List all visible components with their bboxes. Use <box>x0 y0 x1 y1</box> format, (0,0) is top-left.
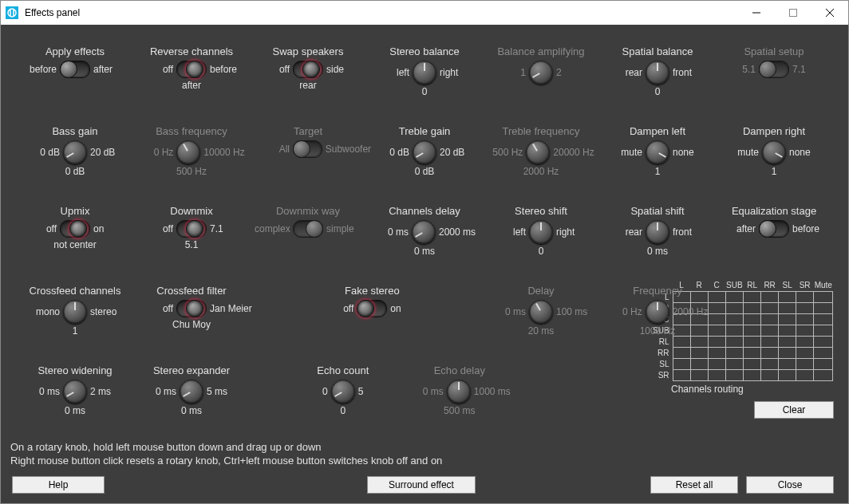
matrix-cell-sr-sr[interactable] <box>796 369 814 380</box>
matrix-cell-rr-rl[interactable] <box>744 347 761 358</box>
matrix-cell-sub-rr[interactable] <box>761 325 779 336</box>
matrix-cell-l-rl[interactable] <box>744 291 761 302</box>
spatial-shift-knob[interactable] <box>646 220 669 244</box>
matrix-cell-rr-r[interactable] <box>690 347 708 358</box>
matrix-cell-sub-rl[interactable] <box>744 325 761 336</box>
frequency-knob[interactable] <box>646 300 669 324</box>
target-switch[interactable] <box>293 140 322 158</box>
minimize-button[interactable] <box>738 1 775 25</box>
matrix-cell-rl-mute[interactable] <box>814 336 833 347</box>
matrix-cell-sl-sr[interactable] <box>796 358 814 369</box>
spatial-balance-knob[interactable] <box>646 61 669 85</box>
dampen-right-knob[interactable] <box>762 140 786 164</box>
matrix-cell-sub-sl[interactable] <box>779 325 796 336</box>
matrix-cell-sl-rr[interactable] <box>761 358 779 369</box>
matrix-cell-sr-c[interactable] <box>708 369 725 380</box>
matrix-cell-l-sl[interactable] <box>779 291 796 302</box>
matrix-cell-rr-rr[interactable] <box>761 347 779 358</box>
matrix-cell-rl-r[interactable] <box>690 336 708 347</box>
stereo-widening-knob[interactable] <box>63 380 87 404</box>
matrix-cell-c-mute[interactable] <box>814 313 833 325</box>
treble-freq-knob[interactable] <box>526 140 550 164</box>
matrix-cell-sr-sl[interactable] <box>779 369 796 380</box>
bass-freq-knob[interactable] <box>176 140 200 164</box>
matrix-cell-rr-mute[interactable] <box>814 347 833 358</box>
matrix-cell-rl-l[interactable] <box>673 336 690 347</box>
delay-knob[interactable] <box>529 300 553 324</box>
matrix-cell-sr-r[interactable] <box>690 369 708 380</box>
stereo-shift-knob[interactable] <box>529 220 553 244</box>
close-button[interactable]: Close <box>746 476 834 494</box>
reverse-channels-switch[interactable] <box>176 61 207 78</box>
matrix-cell-rl-rl[interactable] <box>744 336 761 347</box>
matrix-cell-c-sl[interactable] <box>779 313 796 325</box>
matrix-cell-rl-sl[interactable] <box>779 336 796 347</box>
matrix-cell-rl-c[interactable] <box>708 336 725 347</box>
matrix-cell-sr-mute[interactable] <box>814 369 833 380</box>
clear-button[interactable]: Clear <box>754 401 834 419</box>
matrix-cell-r-sl[interactable] <box>779 302 796 313</box>
matrix-cell-sub-sub[interactable] <box>725 325 744 336</box>
matrix-cell-r-sr[interactable] <box>796 302 814 313</box>
treble-gain-knob[interactable] <box>413 140 436 164</box>
upmix-switch[interactable] <box>60 220 90 238</box>
matrix-cell-c-sr[interactable] <box>796 313 814 325</box>
matrix-cell-sr-l[interactable] <box>673 369 690 380</box>
matrix-cell-r-mute[interactable] <box>814 302 833 313</box>
apply-effects-switch[interactable] <box>60 61 90 78</box>
crossfeed-filter-switch[interactable] <box>176 300 207 317</box>
matrix-cell-r-sub[interactable] <box>725 302 744 313</box>
stereo-expander-knob[interactable] <box>180 380 203 404</box>
downmix-switch[interactable] <box>176 220 207 238</box>
matrix-cell-rl-sub[interactable] <box>725 336 744 347</box>
matrix-cell-sl-l[interactable] <box>673 358 690 369</box>
matrix-cell-sub-mute[interactable] <box>814 325 833 336</box>
matrix-cell-l-rr[interactable] <box>761 291 779 302</box>
echo-delay-knob[interactable] <box>447 380 471 404</box>
stereo-shift-left-label: left <box>491 226 526 238</box>
crossfeed-filter-value: Chu Moy <box>138 319 245 330</box>
reset-all-button[interactable]: Reset all <box>650 476 738 494</box>
matrix-cell-sr-rr[interactable] <box>761 369 779 380</box>
matrix-cell-rr-sl[interactable] <box>779 347 796 358</box>
matrix-cell-rr-sub[interactable] <box>725 347 744 358</box>
stereo-balance-knob[interactable] <box>413 61 436 85</box>
help-button[interactable]: Help <box>12 476 105 494</box>
crossfeed-ch-knob[interactable] <box>63 300 87 324</box>
matrix-cell-sl-rl[interactable] <box>744 358 761 369</box>
matrix-cell-c-sub[interactable] <box>725 313 744 325</box>
maximize-button[interactable] <box>775 1 811 25</box>
matrix-cell-sl-mute[interactable] <box>814 358 833 369</box>
matrix-cell-l-sr[interactable] <box>796 291 814 302</box>
channels-delay-knob[interactable] <box>412 220 436 244</box>
matrix-cell-rr-c[interactable] <box>708 347 725 358</box>
matrix-cell-sl-sub[interactable] <box>725 358 744 369</box>
matrix-cell-rl-sr[interactable] <box>796 336 814 347</box>
matrix-cell-c-rl[interactable] <box>744 313 761 325</box>
matrix-cell-sub-sr[interactable] <box>796 325 814 336</box>
matrix-cell-sl-sl[interactable] <box>779 358 796 369</box>
matrix-cell-rr-sr[interactable] <box>796 347 814 358</box>
close-window-button[interactable] <box>811 1 848 25</box>
bass-gain-knob[interactable] <box>63 140 87 164</box>
matrix-cell-l-sub[interactable] <box>725 291 744 302</box>
matrix-cell-r-rl[interactable] <box>744 302 761 313</box>
balance-amp-knob[interactable] <box>529 61 553 85</box>
swap-speakers-switch[interactable] <box>293 61 323 78</box>
matrix-cell-rl-rr[interactable] <box>761 336 779 347</box>
matrix-cell-c-rr[interactable] <box>761 313 779 325</box>
matrix-cell-sl-c[interactable] <box>708 358 725 369</box>
matrix-cell-l-mute[interactable] <box>814 291 833 302</box>
surround-button[interactable]: Surround effect <box>367 476 476 494</box>
eq-stage-switch[interactable] <box>759 220 789 238</box>
matrix-cell-sr-rl[interactable] <box>744 369 761 380</box>
fake-stereo-switch[interactable] <box>357 300 387 317</box>
matrix-cell-rr-l[interactable] <box>673 347 690 358</box>
matrix-cell-sl-r[interactable] <box>690 358 708 369</box>
echo-count-knob[interactable] <box>331 380 355 404</box>
dampen-left-knob[interactable] <box>646 140 669 164</box>
downmix-way-switch[interactable] <box>293 220 323 238</box>
matrix-cell-r-rr[interactable] <box>761 302 779 313</box>
matrix-cell-sr-sub[interactable] <box>725 369 744 380</box>
spatial-setup-switch[interactable] <box>759 61 789 78</box>
